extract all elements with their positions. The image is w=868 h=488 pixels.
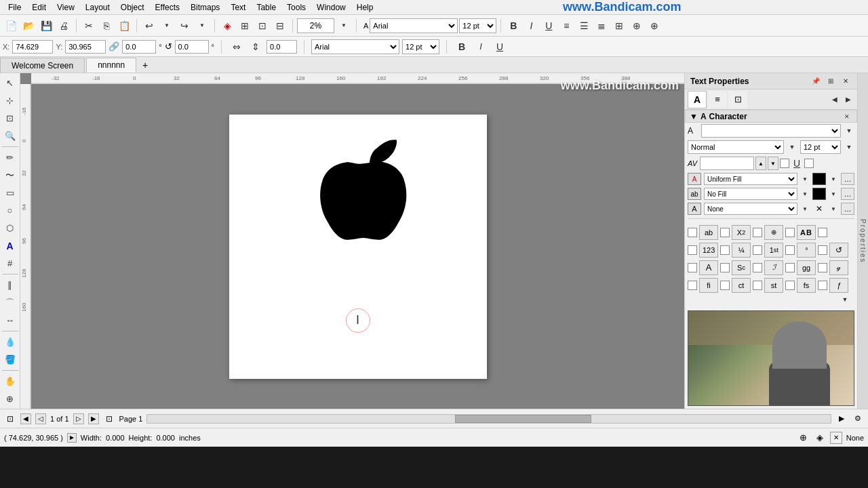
- redo-btn[interactable]: ↪: [176, 18, 193, 34]
- scroll-settings-btn[interactable]: ⚙: [852, 413, 864, 425]
- coord-toggle-btn[interactable]: ▶: [67, 433, 77, 443]
- glyph-ab-btn[interactable]: ab: [699, 225, 718, 240]
- tool-measure[interactable]: ↔: [1, 312, 19, 329]
- none-drop[interactable]: ▼: [800, 203, 810, 215]
- glyph-ord-btn[interactable]: 1st: [764, 243, 783, 258]
- tool-select[interactable]: ↖: [1, 75, 19, 92]
- glyph-123-btn[interactable]: 123: [699, 243, 718, 258]
- menu-file[interactable]: File: [3, 1, 26, 14]
- glyph-st-btn[interactable]: st: [764, 278, 783, 293]
- uniform-color-drop[interactable]: ▼: [829, 173, 838, 185]
- page-prev-btn[interactable]: ◀: [20, 413, 31, 424]
- uniform-drop[interactable]: ▼: [800, 173, 810, 185]
- glyph-check-I[interactable]: [753, 263, 762, 272]
- text-flow-btn[interactable]: ⊞: [611, 18, 627, 34]
- align-btn[interactable]: ≡: [558, 18, 574, 34]
- fill-status-btn[interactable]: ◈: [814, 432, 826, 444]
- glyph-check-x2[interactable]: [720, 228, 730, 237]
- mirror-h-btn[interactable]: ⇔: [229, 39, 245, 55]
- av-spin-down[interactable]: ▼: [768, 157, 778, 170]
- save-btn[interactable]: 💾: [38, 18, 54, 34]
- font-select2[interactable]: Arial: [311, 39, 399, 54]
- snap3-btn[interactable]: ⊡: [254, 18, 271, 34]
- glyph-check-ab[interactable]: [688, 228, 697, 237]
- glyph-fs-btn[interactable]: fs: [797, 278, 816, 293]
- tool-node[interactable]: ⊹: [1, 92, 19, 109]
- uniform-color-box[interactable]: [812, 173, 826, 185]
- tool-interactive[interactable]: ⊕: [1, 390, 19, 407]
- glyph-check-frac[interactable]: [720, 245, 730, 255]
- underline-btn[interactable]: U: [540, 18, 557, 34]
- menu-table[interactable]: Table: [251, 1, 281, 14]
- glyph-check-AB2[interactable]: [818, 228, 827, 237]
- page-start-btn[interactable]: ⊡: [4, 413, 16, 425]
- av-spin-up[interactable]: ▲: [755, 157, 766, 170]
- glyph-check-st[interactable]: [753, 281, 762, 290]
- panel-close-btn[interactable]: ✕: [840, 75, 852, 87]
- glyph-check-caps[interactable]: [688, 263, 697, 272]
- none-more-btn[interactable]: …: [841, 203, 854, 215]
- av-check2[interactable]: [804, 159, 814, 168]
- glyph-S-btn[interactable]: Sc: [732, 260, 751, 275]
- glyph-AB-btn[interactable]: AB: [797, 225, 816, 240]
- text-cursor[interactable]: I: [346, 308, 370, 333]
- menu-effects[interactable]: Effects: [150, 1, 185, 14]
- tool-rect[interactable]: ▭: [1, 184, 19, 201]
- snap-btn[interactable]: ◈: [219, 18, 235, 34]
- tool-ellipse[interactable]: ○: [1, 202, 19, 219]
- h-scroll-thumb[interactable]: [455, 415, 592, 423]
- zoom-display[interactable]: 2%: [297, 18, 334, 33]
- tab-welcome[interactable]: Welcome Screen: [0, 58, 85, 73]
- angle2-input[interactable]: [175, 40, 209, 54]
- snap4-btn[interactable]: ⊟: [272, 18, 288, 34]
- glyph-check-xsup[interactable]: [753, 228, 762, 237]
- menu-bitmaps[interactable]: Bitmaps: [185, 1, 225, 14]
- uniform-more-btn[interactable]: …: [841, 173, 854, 185]
- snap2-btn[interactable]: ⊞: [237, 18, 253, 34]
- x-input[interactable]: [12, 40, 53, 54]
- tab-doc[interactable]: nnnnnn: [86, 58, 136, 73]
- bold-btn[interactable]: B: [505, 18, 521, 34]
- tool-text[interactable]: A: [1, 237, 19, 254]
- tool-hand[interactable]: ✋: [1, 373, 19, 390]
- menu-edit[interactable]: Edit: [26, 1, 52, 14]
- mirror-v-btn[interactable]: ⇕: [248, 39, 264, 55]
- glyph-x2-btn[interactable]: X2: [732, 225, 751, 240]
- menu-tools[interactable]: Tools: [281, 1, 311, 14]
- bold-btn2[interactable]: B: [454, 39, 470, 55]
- glyph-check-123[interactable]: [688, 245, 697, 255]
- canvas-area[interactable]: www.Bandicam.com -32 -16 0 32 64 96 128 …: [20, 73, 684, 409]
- zoom-drop[interactable]: ▼: [336, 18, 352, 34]
- glyph-check-fs[interactable]: [785, 281, 795, 290]
- menu-window[interactable]: Window: [311, 1, 351, 14]
- no-fill-drop[interactable]: ▼: [800, 188, 810, 200]
- av-input[interactable]: [700, 157, 754, 170]
- underline-btn2[interactable]: U: [492, 39, 508, 55]
- glyph-check-f[interactable]: [818, 281, 827, 290]
- font-size-select[interactable]: 12 pt: [459, 18, 496, 33]
- open-btn[interactable]: 📂: [20, 18, 37, 34]
- add-col-btn[interactable]: ⊕: [646, 18, 663, 34]
- av-check1[interactable]: [780, 159, 789, 168]
- char-close-btn[interactable]: ✕: [842, 111, 852, 122]
- menu-text[interactable]: Text: [225, 1, 251, 14]
- scroll-end-btn[interactable]: ▶: [835, 413, 848, 425]
- font-style-select[interactable]: Normal: [688, 140, 784, 154]
- tool-parallel[interactable]: ∥: [1, 277, 19, 293]
- redo-drop[interactable]: ▼: [194, 18, 210, 34]
- undo-drop[interactable]: ▼: [159, 18, 175, 34]
- tool-polygon[interactable]: ⬡: [1, 220, 19, 237]
- scale-input[interactable]: [267, 40, 297, 54]
- tool-curve[interactable]: ✏: [1, 149, 19, 166]
- glyph-gg-btn[interactable]: gg: [797, 260, 816, 275]
- none-color-drop[interactable]: ▼: [829, 203, 838, 215]
- underline-panel-btn[interactable]: U: [791, 157, 803, 169]
- canvas-scroll-area[interactable]: I: [31, 84, 684, 409]
- panel-arrow-right[interactable]: ▶: [842, 94, 854, 106]
- panel-pin-btn[interactable]: 📌: [810, 75, 822, 87]
- tab-add-btn[interactable]: +: [138, 58, 153, 73]
- tool-crop[interactable]: ⊡: [1, 110, 19, 127]
- glyph-check-S[interactable]: [720, 263, 730, 272]
- glyph-I-btn[interactable]: ℐ: [764, 260, 783, 275]
- no-fill-color-drop[interactable]: ▼: [829, 188, 838, 200]
